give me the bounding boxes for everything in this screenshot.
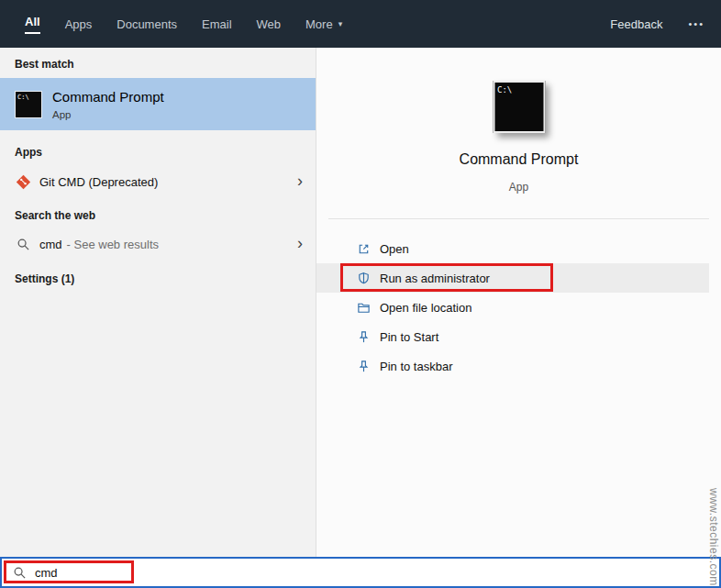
tab-apps-label: Apps [65,17,93,31]
search-icon [15,236,31,252]
web-search-result[interactable]: cmd - See web results › [0,229,316,259]
git-cmd-result[interactable]: Git CMD (Deprecated) › [0,167,316,196]
topbar-right-group: Feedback ••• [610,0,704,48]
search-web-header: Search the web [15,209,95,222]
best-match-text: Command Prompt App [52,89,164,120]
app-subtitle: App [316,181,721,194]
result-title: Command Prompt [52,89,164,105]
command-prompt-icon-text: C:\ [497,85,512,94]
best-match-result[interactable]: C:\ Command Prompt App [0,78,316,130]
pin-icon [356,359,371,373]
tab-all[interactable]: All [25,0,40,48]
tab-more-label: More [305,17,333,31]
preview-panel: C:\ Command Prompt App Open [316,48,721,557]
command-prompt-icon-large: C:\ [493,81,545,133]
context-actions: Open Run as administrator [316,234,709,381]
shield-icon [356,271,371,285]
action-run-as-administrator[interactable]: Run as administrator [316,263,709,293]
web-query-text: cmd [39,238,62,251]
windows-search-flyout: All Apps Documents Email Web More ▾ Feed… [0,0,721,588]
best-match-header: Best match [15,58,74,71]
tab-email[interactable]: Email [202,0,232,48]
dropdown-arrow-icon: ▾ [338,19,343,28]
pin-icon [356,329,371,344]
web-suffix-text: - See web results [67,238,159,251]
settings-header: Settings (1) [15,272,74,285]
watermark: www.stechies.com [707,488,720,586]
action-label: Run as administrator [380,272,490,285]
chevron-right-icon: › [297,235,303,251]
action-label: Open [380,242,409,256]
action-open-file-location[interactable]: Open file location [316,293,709,322]
folder-icon [356,300,371,315]
chevron-right-icon: › [297,172,303,189]
taskbar-search-box[interactable] [0,557,721,588]
git-icon [15,173,31,190]
feedback-button[interactable]: Feedback [610,17,662,31]
tab-documents[interactable]: Documents [116,0,177,48]
apps-header: Apps [15,146,42,159]
app-title: Command Prompt [316,151,721,168]
filter-tabs: All Apps Documents Email Web More ▾ [25,0,342,48]
action-pin-to-taskbar[interactable]: Pin to taskbar [316,351,709,381]
action-label: Pin to taskbar [380,360,453,373]
tab-web-label: Web [257,17,282,31]
overflow-menu-icon[interactable]: ••• [688,18,704,29]
tab-web[interactable]: Web [257,0,282,48]
action-label: Open file location [380,301,471,315]
action-pin-to-start[interactable]: Pin to Start [316,322,709,351]
git-cmd-label: Git CMD (Deprecated) [39,175,158,189]
open-icon [356,241,371,256]
search-input[interactable] [35,566,237,580]
tab-apps[interactable]: Apps [65,0,93,48]
command-prompt-icon-text: C:\ [17,94,29,101]
tab-documents-label: Documents [116,17,177,31]
divider [328,218,709,219]
results-panel: Best match C:\ Command Prompt App Apps [0,48,316,557]
tab-more[interactable]: More ▾ [305,0,342,48]
tab-email-label: Email [202,17,232,31]
action-label: Pin to Start [380,330,438,344]
search-icon [13,565,28,580]
search-filter-bar: All Apps Documents Email Web More ▾ Feed… [0,0,721,48]
result-subtitle: App [52,109,164,120]
action-open[interactable]: Open [316,234,709,263]
search-body: Best match C:\ Command Prompt App Apps [0,48,721,557]
command-prompt-icon: C:\ [15,91,42,118]
tab-all-label: All [25,15,40,34]
